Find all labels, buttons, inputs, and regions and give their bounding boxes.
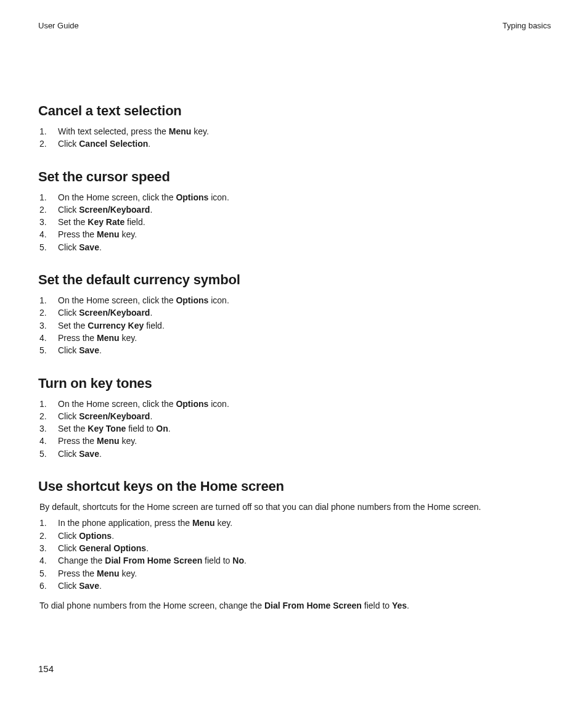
step-item: On the Home screen, click the Options ic…: [38, 294, 551, 306]
step-item: Click Screen/Keyboard.: [38, 203, 551, 216]
step-list: In the phone application, press the Menu…: [38, 517, 551, 592]
bold-term: Save: [79, 242, 99, 252]
bold-term: Menu: [97, 436, 120, 446]
content-body: Cancel a text selectionWith text selecte…: [38, 103, 551, 612]
bold-term: Menu: [169, 126, 192, 136]
bold-term: Screen/Keyboard: [79, 308, 150, 318]
section-heading: Cancel a text selection: [38, 103, 551, 119]
document-page: User Guide Typing basics Cancel a text s…: [0, 0, 588, 612]
bold-term: Menu: [97, 229, 120, 239]
bold-term: Cancel Selection: [79, 139, 148, 149]
step-item: Set the Key Tone field to On.: [38, 422, 551, 435]
section-heading: Turn on key tones: [38, 376, 551, 392]
bold-term: Dial From Home Screen: [264, 601, 362, 610]
step-item: On the Home screen, click the Options ic…: [38, 191, 551, 203]
step-item: Press the Menu key.: [38, 435, 551, 447]
running-header: User Guide Typing basics: [38, 21, 551, 30]
bold-term: Currency Key: [88, 321, 144, 330]
bold-term: Key Rate: [88, 217, 125, 227]
step-list: On the Home screen, click the Options ic…: [38, 191, 551, 253]
section: Use shortcut keys on the Home screenBy d…: [38, 478, 551, 612]
bold-term: Menu: [97, 333, 120, 343]
step-item: Press the Menu key.: [38, 228, 551, 240]
section: Set the default currency symbolOn the Ho…: [38, 272, 551, 356]
step-list: On the Home screen, click the Options ic…: [38, 294, 551, 356]
bold-term: Screen/Keyboard: [79, 205, 150, 215]
bold-term: Options: [79, 531, 112, 541]
page-number: 154: [38, 663, 54, 674]
step-item: In the phone application, press the Menu…: [38, 517, 551, 529]
bold-term: Menu: [192, 518, 215, 528]
bold-term: Options: [176, 399, 208, 409]
section: Set the cursor speedOn the Home screen, …: [38, 169, 551, 253]
bold-term: Screen/Keyboard: [79, 411, 150, 421]
bold-term: Menu: [97, 568, 120, 578]
section-outro: To dial phone numbers from the Home scre…: [39, 599, 551, 612]
step-item: Click Options.: [38, 530, 551, 542]
step-item: On the Home screen, click the Options ic…: [38, 398, 551, 410]
step-item: Click Save.: [38, 344, 551, 356]
bold-term: Save: [79, 449, 99, 459]
step-item: Click Screen/Keyboard.: [38, 410, 551, 422]
header-right: Typing basics: [502, 21, 551, 30]
header-left: User Guide: [38, 21, 79, 30]
bold-term: Dial From Home Screen: [105, 556, 202, 565]
step-item: Click Save.: [38, 448, 551, 460]
section: Turn on key tonesOn the Home screen, cli…: [38, 376, 551, 460]
section-intro: By default, shortcuts for the Home scree…: [39, 501, 551, 513]
bold-term: Key Tone: [88, 424, 126, 433]
step-item: With text selected, press the Menu key.: [38, 125, 551, 138]
bold-term: On: [156, 424, 168, 433]
bold-term: Options: [176, 192, 208, 202]
step-item: Click Screen/Keyboard.: [38, 306, 551, 319]
section: Cancel a text selectionWith text selecte…: [38, 103, 551, 150]
bold-term: No: [232, 556, 244, 565]
step-item: Change the Dial From Home Screen field t…: [38, 554, 551, 567]
bold-term: Save: [79, 345, 99, 355]
step-list: With text selected, press the Menu key.C…: [38, 125, 551, 150]
section-heading: Use shortcut keys on the Home screen: [38, 478, 551, 495]
step-item: Click Cancel Selection.: [38, 138, 551, 150]
bold-term: Yes: [392, 601, 407, 610]
bold-term: General Options: [79, 543, 146, 553]
step-item: Set the Key Rate field.: [38, 216, 551, 228]
bold-term: Save: [79, 581, 99, 591]
step-item: Click Save.: [38, 580, 551, 592]
step-item: Click General Options.: [38, 542, 551, 554]
step-item: Set the Currency Key field.: [38, 319, 551, 332]
step-list: On the Home screen, click the Options ic…: [38, 398, 551, 460]
step-item: Click Save.: [38, 241, 551, 253]
section-heading: Set the cursor speed: [38, 169, 551, 185]
step-item: Press the Menu key.: [38, 567, 551, 580]
bold-term: Options: [176, 295, 208, 305]
section-heading: Set the default currency symbol: [38, 272, 551, 288]
step-item: Press the Menu key.: [38, 332, 551, 344]
